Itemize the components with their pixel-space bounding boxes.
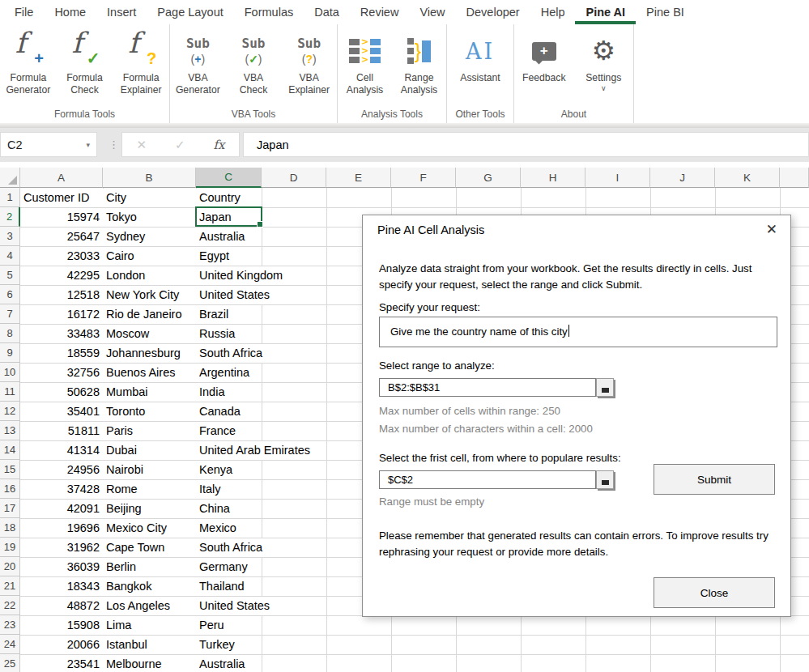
name-box[interactable]: C2 ▾ bbox=[0, 132, 97, 157]
row-header-24[interactable]: 24 bbox=[0, 635, 20, 654]
cell-A15[interactable]: 24956 bbox=[20, 461, 103, 479]
row-header-10[interactable]: 10 bbox=[0, 363, 20, 382]
row-header-13[interactable]: 13 bbox=[0, 421, 20, 440]
feedback-button[interactable]: +Feedback bbox=[514, 30, 574, 84]
assistant-button[interactable]: AIAssistant bbox=[447, 30, 513, 84]
cell-C3[interactable]: Australia bbox=[196, 228, 262, 246]
cell-B1[interactable]: City bbox=[103, 189, 196, 207]
vba-explainer-button[interactable]: Sub(?)VBAExplainer bbox=[281, 30, 337, 96]
cell-C12[interactable]: Canada bbox=[196, 402, 262, 421]
formula-generator-button[interactable]: f+FormulaGenerator bbox=[0, 30, 57, 96]
cell-A22[interactable]: 48872 bbox=[20, 597, 103, 615]
cell-B13[interactable]: Paris bbox=[103, 422, 196, 440]
row-header-20[interactable]: 20 bbox=[0, 557, 20, 576]
cell-B3[interactable]: Sydney bbox=[103, 228, 196, 246]
cell-A11[interactable]: 50628 bbox=[20, 383, 103, 402]
column-header-stub[interactable] bbox=[780, 168, 809, 188]
insert-function-icon[interactable]: fx bbox=[214, 138, 225, 152]
cell-C21[interactable]: Thailand bbox=[196, 577, 262, 596]
range-selector-button[interactable] bbox=[596, 378, 614, 397]
column-header-I[interactable]: I bbox=[585, 168, 650, 188]
tab-file[interactable]: File bbox=[4, 0, 44, 24]
row-header-11[interactable]: 11 bbox=[0, 382, 20, 402]
tab-pine-ai[interactable]: Pine AI bbox=[575, 0, 636, 24]
row-header-5[interactable]: 5 bbox=[0, 266, 20, 285]
cell-A9[interactable]: 18559 bbox=[20, 344, 103, 363]
cell-A7[interactable]: 16172 bbox=[20, 305, 103, 324]
close-button[interactable]: Close bbox=[654, 577, 775, 608]
tab-help[interactable]: Help bbox=[530, 0, 576, 24]
cell-C7[interactable]: Brazil bbox=[196, 305, 262, 324]
cell-A10[interactable]: 32756 bbox=[20, 364, 103, 382]
select-all-corner[interactable] bbox=[0, 168, 20, 188]
column-header-C[interactable]: C bbox=[196, 168, 262, 188]
cell-B11[interactable]: Mumbai bbox=[103, 383, 196, 402]
cell-A5[interactable]: 42295 bbox=[20, 266, 103, 285]
row-header-21[interactable]: 21 bbox=[0, 576, 20, 596]
range-analysis-button[interactable]: }RangeAnalysis bbox=[392, 30, 446, 96]
cell-A20[interactable]: 36039 bbox=[20, 558, 103, 576]
cell-C22[interactable]: United States bbox=[196, 597, 262, 615]
cell-B7[interactable]: Rio de Janeiro bbox=[103, 305, 196, 324]
cell-B8[interactable]: Moscow bbox=[103, 325, 196, 343]
cancel-icon[interactable]: ✕ bbox=[136, 138, 147, 152]
cell-C10[interactable]: Argentina bbox=[196, 364, 262, 382]
tab-formulas[interactable]: Formulas bbox=[234, 0, 304, 24]
cell-B6[interactable]: New York City bbox=[103, 286, 196, 304]
target-selector-button[interactable] bbox=[596, 470, 614, 489]
cell-A8[interactable]: 33483 bbox=[20, 325, 103, 343]
cell-B17[interactable]: Beijing bbox=[103, 500, 196, 518]
row-header-4[interactable]: 4 bbox=[0, 246, 20, 266]
tab-developer[interactable]: Developer bbox=[456, 0, 530, 24]
tab-view[interactable]: View bbox=[409, 0, 455, 24]
cell-B25[interactable]: Melbourne bbox=[103, 655, 196, 672]
cell-C5[interactable]: United Kingdom bbox=[196, 266, 262, 285]
cell-A4[interactable]: 23033 bbox=[20, 247, 103, 266]
tab-pine-bi[interactable]: Pine BI bbox=[636, 0, 695, 24]
formula-explainer-button[interactable]: f?FormulaExplainer bbox=[113, 30, 169, 96]
cell-B5[interactable]: London bbox=[103, 266, 196, 285]
column-header-A[interactable]: A bbox=[20, 168, 103, 188]
enter-icon[interactable]: ✓ bbox=[175, 138, 185, 152]
cell-B4[interactable]: Cairo bbox=[103, 247, 196, 266]
cell-A18[interactable]: 19696 bbox=[20, 519, 103, 538]
name-box-dropdown-icon[interactable]: ▾ bbox=[86, 141, 96, 149]
column-header-D[interactable]: D bbox=[262, 168, 326, 188]
cell-B23[interactable]: Lima bbox=[103, 616, 196, 635]
cell-B24[interactable]: Istanbul bbox=[103, 636, 196, 654]
submit-button[interactable]: Submit bbox=[654, 464, 775, 495]
cell-C20[interactable]: Germany bbox=[196, 558, 262, 576]
cell-C18[interactable]: Mexico bbox=[196, 519, 262, 538]
tab-review[interactable]: Review bbox=[350, 0, 410, 24]
row-header-16[interactable]: 16 bbox=[0, 479, 20, 499]
request-input[interactable]: Give me the country name of this city bbox=[379, 317, 777, 347]
tab-home[interactable]: Home bbox=[44, 0, 96, 24]
row-header-1[interactable]: 1 bbox=[0, 188, 20, 207]
cell-A1[interactable]: Customer ID bbox=[20, 189, 103, 207]
cell-C4[interactable]: Egypt bbox=[196, 247, 262, 266]
row-header-17[interactable]: 17 bbox=[0, 499, 20, 518]
vba-check-button[interactable]: Sub(✓)VBACheck bbox=[226, 30, 282, 96]
cell-C1[interactable]: Country bbox=[196, 189, 262, 207]
fill-handle[interactable] bbox=[257, 221, 263, 228]
cell-B10[interactable]: Buenos Aires bbox=[103, 364, 196, 382]
cell-B2[interactable]: Tokyo bbox=[103, 208, 196, 227]
row-header-9[interactable]: 9 bbox=[0, 343, 20, 363]
row-header-25[interactable]: 25 bbox=[0, 654, 20, 672]
cell-B20[interactable]: Berlin bbox=[103, 558, 196, 576]
cell-C9[interactable]: South Africa bbox=[196, 344, 262, 363]
cell-A24[interactable]: 20066 bbox=[20, 636, 103, 654]
row-header-8[interactable]: 8 bbox=[0, 324, 20, 343]
cell-B22[interactable]: Los Angeles bbox=[103, 597, 196, 615]
cell-C6[interactable]: United States bbox=[196, 286, 262, 304]
row-header-12[interactable]: 12 bbox=[0, 402, 20, 421]
cell-C19[interactable]: South Africa bbox=[196, 538, 262, 557]
cell-A17[interactable]: 42091 bbox=[20, 500, 103, 518]
cell-A3[interactable]: 25647 bbox=[20, 228, 103, 246]
column-header-K[interactable]: K bbox=[715, 168, 780, 188]
cell-C13[interactable]: France bbox=[196, 422, 262, 440]
row-header-18[interactable]: 18 bbox=[0, 518, 20, 538]
cell-B15[interactable]: Nairobi bbox=[103, 461, 196, 479]
tab-insert[interactable]: Insert bbox=[96, 0, 147, 24]
close-icon[interactable]: ✕ bbox=[766, 221, 777, 238]
